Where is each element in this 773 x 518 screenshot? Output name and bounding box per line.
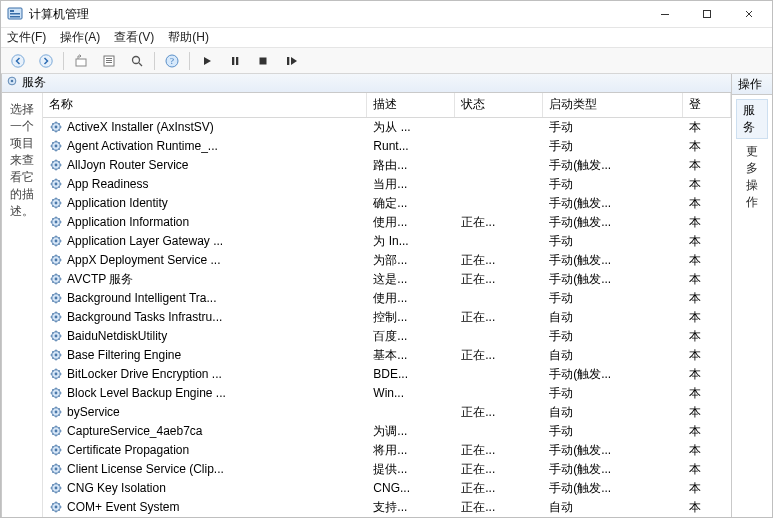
service-status [455, 422, 543, 441]
services-list[interactable]: 名称 描述 状态 启动类型 登 ActiveX Installer (AxIns… [43, 93, 731, 517]
service-row[interactable]: BaiduNetdiskUtility百度...手动本 [43, 327, 730, 346]
service-row[interactable]: Application Information使用...正在...手动(触发..… [43, 213, 730, 232]
svg-line-196 [52, 390, 53, 391]
service-logon: 本 [683, 251, 731, 270]
pause-service-button[interactable] [222, 49, 248, 73]
service-desc: 使用... [367, 289, 455, 308]
service-row[interactable]: Background Intelligent Tra...使用...手动本 [43, 289, 730, 308]
svg-point-8 [12, 55, 24, 67]
back-button[interactable] [5, 49, 31, 73]
service-startup: 手动(触发... [543, 365, 683, 384]
service-row[interactable]: Client License Service (Clip...提供...正在..… [43, 460, 730, 479]
restart-service-button[interactable] [278, 49, 304, 73]
svg-line-248 [59, 485, 60, 486]
service-name: byService [67, 405, 120, 419]
service-logon: 本 [683, 460, 731, 479]
service-gear-icon [49, 443, 63, 457]
service-gear-icon [49, 481, 63, 495]
service-row[interactable]: CaptureService_4aeb7ca为调...手动本 [43, 422, 730, 441]
service-status: 正在... [455, 308, 543, 327]
service-gear-icon [49, 462, 63, 476]
close-button[interactable] [728, 1, 770, 27]
service-name: BaiduNetdiskUtility [67, 329, 167, 343]
svg-point-51 [55, 126, 58, 129]
start-service-button[interactable] [194, 49, 220, 73]
svg-point-161 [55, 335, 58, 338]
menu-view[interactable]: 查看(V) [114, 29, 154, 46]
action-more[interactable]: 更多操作 [732, 139, 772, 215]
properties-button[interactable] [96, 49, 122, 73]
service-logon: 本 [683, 365, 731, 384]
service-logon: 本 [683, 346, 731, 365]
svg-line-156 [52, 314, 53, 315]
svg-line-249 [52, 491, 53, 492]
service-name: AVCTP 服务 [67, 271, 133, 288]
col-name[interactable]: 名称 [43, 93, 367, 118]
svg-line-109 [52, 225, 53, 226]
service-row[interactable]: CNG Key IsolationCNG...正在...手动(触发...本 [43, 479, 730, 498]
service-row[interactable]: Block Level Backup Engine ...Win...手动本 [43, 384, 730, 403]
service-name: Client License Service (Clip... [67, 462, 224, 476]
service-row[interactable]: COM+ Event System支持...正在...自动本 [43, 498, 730, 517]
service-desc: CNG... [367, 479, 455, 498]
service-row[interactable]: Certificate Propagation将用...正在...手动(触发..… [43, 441, 730, 460]
service-logon: 本 [683, 213, 731, 232]
find-button[interactable] [124, 49, 150, 73]
help-button[interactable]: ? [159, 49, 185, 73]
service-logon: 本 [683, 156, 731, 175]
svg-line-158 [59, 314, 60, 315]
forward-button[interactable] [33, 49, 59, 73]
menu-help[interactable]: 帮助(H) [168, 29, 209, 46]
col-status[interactable]: 状态 [455, 93, 543, 118]
service-desc: 路由... [367, 156, 455, 175]
service-row[interactable]: Application Layer Gateway ...为 In...手动本 [43, 232, 730, 251]
service-name: AllJoyn Router Service [67, 158, 188, 172]
service-startup: 手动(触发... [543, 441, 683, 460]
service-desc: 提供... [367, 460, 455, 479]
svg-line-67 [59, 149, 60, 150]
service-row[interactable]: Background Tasks Infrastru...控制...正在...自… [43, 308, 730, 327]
service-row[interactable]: ActiveX Installer (AxInstSV)为从 ...手动本 [43, 117, 730, 137]
up-level-button[interactable] [68, 49, 94, 73]
minimize-button[interactable] [644, 1, 686, 27]
svg-line-236 [52, 466, 53, 467]
service-row[interactable]: AppX Deployment Service ...为部...正在...手动(… [43, 251, 730, 270]
menu-file[interactable]: 文件(F) [7, 29, 46, 46]
service-startup: 自动 [543, 346, 683, 365]
service-gear-icon [49, 272, 63, 286]
svg-line-108 [59, 219, 60, 220]
service-desc: 使用... [367, 213, 455, 232]
service-status: 正在... [455, 498, 543, 517]
service-row[interactable]: Base Filtering Engine基本...正在...自动本 [43, 346, 730, 365]
col-logon[interactable]: 登 [683, 93, 731, 118]
service-row[interactable]: byService正在...自动本 [43, 403, 730, 422]
service-row[interactable]: AVCTP 服务这是...正在...手动(触发...本 [43, 270, 730, 289]
svg-line-217 [59, 434, 60, 435]
service-row[interactable]: Application Identity确定...手动(触发...本 [43, 194, 730, 213]
svg-line-259 [52, 510, 53, 511]
stop-service-button[interactable] [250, 49, 276, 73]
svg-line-79 [52, 168, 53, 169]
service-row[interactable]: App Readiness当用...手动本 [43, 175, 730, 194]
svg-point-211 [55, 430, 58, 433]
svg-line-198 [59, 390, 60, 391]
svg-rect-20 [232, 57, 234, 65]
svg-line-157 [59, 320, 60, 321]
svg-rect-21 [236, 57, 238, 65]
svg-line-237 [59, 472, 60, 473]
service-startup: 手动 [543, 137, 683, 156]
menu-action[interactable]: 操作(A) [60, 29, 100, 46]
service-status: 正在... [455, 479, 543, 498]
service-logon: 本 [683, 194, 731, 213]
service-status [455, 365, 543, 384]
service-logon: 本 [683, 441, 731, 460]
service-row[interactable]: Agent Activation Runtime_...Runt...手动本 [43, 137, 730, 156]
maximize-button[interactable] [686, 1, 728, 27]
service-logon: 本 [683, 479, 731, 498]
col-desc[interactable]: 描述 [367, 93, 455, 118]
col-startup[interactable]: 启动类型 [543, 93, 683, 118]
service-row[interactable]: AllJoyn Router Service路由...手动(触发...本 [43, 156, 730, 175]
service-status: 正在... [455, 460, 543, 479]
service-row[interactable]: BitLocker Drive Encryption ...BDE...手动(触… [43, 365, 730, 384]
svg-point-91 [55, 202, 58, 205]
